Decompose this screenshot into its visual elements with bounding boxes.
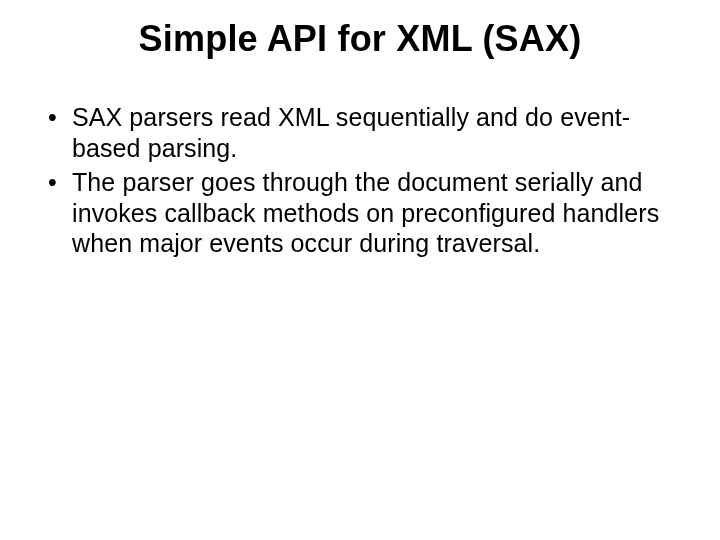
slide-title: Simple API for XML (SAX)	[40, 18, 680, 60]
bullet-list: SAX parsers read XML sequentially and do…	[40, 102, 680, 259]
bullet-text: The parser goes through the document ser…	[72, 168, 659, 257]
slide: Simple API for XML (SAX) SAX parsers rea…	[0, 0, 720, 540]
list-item: The parser goes through the document ser…	[48, 167, 672, 259]
list-item: SAX parsers read XML sequentially and do…	[48, 102, 672, 163]
bullet-text: SAX parsers read XML sequentially and do…	[72, 103, 630, 162]
